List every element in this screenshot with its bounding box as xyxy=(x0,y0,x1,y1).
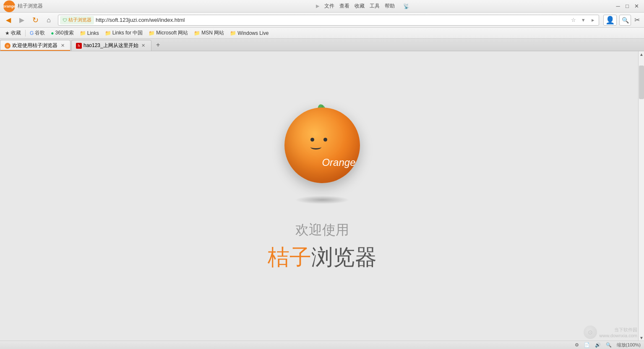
status-bar: ⚙ 📄 🔊 🔍 缩放(100%) xyxy=(0,341,644,349)
page-icon[interactable]: 📄 xyxy=(584,342,590,348)
folder-icon: 📁 xyxy=(80,30,86,36)
star-icon: ★ xyxy=(5,30,10,36)
watermark-line1: 当下软件园 xyxy=(600,327,637,333)
search-button[interactable]: 🔍 xyxy=(619,15,631,26)
zoom-label[interactable]: 缩放(100%) xyxy=(617,342,641,348)
search-status-icon[interactable]: 🔍 xyxy=(606,342,612,348)
title-bar: orange 桔子浏览器 ▶ 文件 查看 收藏 工具 帮助 📡 ─ □ ✕ xyxy=(0,0,644,13)
app-title: 桔子浏览器 xyxy=(18,3,316,10)
chevron-right-icon[interactable]: ▸ xyxy=(589,16,597,24)
bookmark-msn[interactable]: 📁 MSN 网站 xyxy=(191,29,227,37)
address-actions: ☆ ▾ ▸ xyxy=(569,16,597,24)
address-bar[interactable]: 🛡 桔子浏览器 ☆ ▾ ▸ xyxy=(58,15,599,26)
tabs-bar: o 欢迎使用桔子浏览器 ✕ h hao123_上网从这里开始 ✕ + xyxy=(0,39,644,51)
back-icon: ◀ xyxy=(6,16,11,24)
active-tab-indicator xyxy=(0,50,70,51)
scrollbar-thumb[interactable] xyxy=(639,66,644,99)
security-badge: 🛡 桔子浏览器 xyxy=(60,16,94,24)
bookmarks-bar: ★ 收藏 G 谷歌 ● 360搜索 📁 Links 📁 Links for 中国… xyxy=(0,28,644,39)
close-button[interactable]: ✕ xyxy=(632,3,641,10)
brand-orange: 桔子 xyxy=(268,245,311,269)
folder-icon: 📁 xyxy=(105,30,111,36)
url-input[interactable] xyxy=(96,17,569,23)
app-logo: orange xyxy=(3,0,15,12)
watermark-logo: ⊙ xyxy=(584,325,597,339)
tab-favicon-0: o xyxy=(5,43,10,49)
volume-icon[interactable]: 🔊 xyxy=(595,342,601,348)
tab-favicon-1: h xyxy=(76,43,82,49)
brand-text: 桔子浏览器 xyxy=(268,243,377,272)
content-area: ▲ ▼ Orange 欢迎使用 桔子浏览器 xyxy=(0,51,644,341)
window-controls: ─ □ ✕ xyxy=(614,3,641,10)
refresh-button[interactable]: ↻ xyxy=(29,15,41,26)
right-eye xyxy=(323,138,327,142)
nav-bar: ◀ ▶ ↻ ⌂ 🛡 桔子浏览器 ☆ ▾ ▸ 👤 🔍 ✂ xyxy=(0,13,644,28)
orange-body: Orange xyxy=(284,108,360,183)
bookmark-360[interactable]: ● 360搜索 xyxy=(48,29,76,37)
forward-button[interactable]: ▶ xyxy=(16,15,28,26)
scrollbar-track[interactable] xyxy=(639,99,644,335)
search-icon: 🔍 xyxy=(622,17,629,24)
watermark: ⊙ 当下软件园 www.downxia.com xyxy=(584,325,637,339)
scissors-button[interactable]: ✂ xyxy=(633,16,641,24)
360-icon: ● xyxy=(51,30,54,36)
bookmark-links-china[interactable]: 📁 Links for 中国 xyxy=(102,29,146,37)
orange-shadow xyxy=(295,196,349,204)
scroll-up-arrow[interactable]: ▲ xyxy=(639,51,644,57)
menu-item-forward-arrow: ▶ xyxy=(316,3,319,9)
folder-icon: 📁 xyxy=(149,30,155,36)
back-button[interactable]: ◀ xyxy=(3,15,14,26)
user-avatar[interactable]: 👤 xyxy=(603,15,617,26)
bookmark-google[interactable]: G 谷歌 xyxy=(27,29,47,37)
menu-file[interactable]: 文件 xyxy=(324,3,334,10)
folder-icon: 📁 xyxy=(194,30,200,36)
new-tab-button[interactable]: + xyxy=(153,40,163,50)
bookmark-microsoft[interactable]: 📁 Microsoft 网站 xyxy=(146,29,190,37)
menu-help[interactable]: 帮助 xyxy=(385,3,395,10)
vertical-scrollbar[interactable]: ▲ ▼ xyxy=(638,51,644,341)
scroll-down-arrow[interactable]: ▼ xyxy=(639,335,644,341)
menu-view[interactable]: 查看 xyxy=(339,3,349,10)
chevron-down-icon[interactable]: ▾ xyxy=(579,16,587,24)
tab-hao123[interactable]: h hao123_上网从这里开始 ✕ xyxy=(71,40,151,51)
refresh-icon: ↻ xyxy=(32,16,39,25)
tab-welcome[interactable]: o 欢迎使用桔子浏览器 ✕ xyxy=(0,40,70,51)
tab-close-0[interactable]: ✕ xyxy=(59,42,66,49)
user-icon: 👤 xyxy=(605,16,615,25)
scissors-icon: ✂ xyxy=(634,16,640,24)
home-button[interactable]: ⌂ xyxy=(43,15,55,26)
folder-icon: 📁 xyxy=(230,30,236,36)
home-icon: ⌂ xyxy=(47,16,51,24)
menu-favorites[interactable]: 收藏 xyxy=(355,3,365,10)
orange-label: Orange xyxy=(322,157,355,168)
minimize-button[interactable]: ─ xyxy=(614,3,622,10)
bookmarks-label[interactable]: ★ 收藏 xyxy=(3,29,23,37)
google-icon: G xyxy=(30,30,34,36)
tab-close-1[interactable]: ✕ xyxy=(140,42,147,49)
settings-icon[interactable]: ⚙ xyxy=(575,342,579,348)
mascot-area: Orange 欢迎使用 桔子浏览器 xyxy=(268,103,377,272)
bookmark-windows-live[interactable]: 📁 Windows Live xyxy=(227,29,271,37)
shield-icon: 🛡 xyxy=(63,18,67,23)
bookmark-links[interactable]: 📁 Links xyxy=(77,29,102,37)
bookmark-separator xyxy=(25,30,26,37)
status-right: ⚙ 📄 🔊 🔍 缩放(100%) xyxy=(575,342,641,348)
smile xyxy=(310,144,321,150)
watermark-line2: www.downxia.com xyxy=(600,333,637,338)
left-eye xyxy=(310,138,314,142)
menu-bar: ▶ 文件 查看 收藏 工具 帮助 📡 xyxy=(316,3,614,10)
brand-gray: 浏览器 xyxy=(311,245,377,269)
menu-tools[interactable]: 工具 xyxy=(370,3,380,10)
forward-icon: ▶ xyxy=(19,16,24,24)
star-icon[interactable]: ☆ xyxy=(569,16,578,24)
welcome-line1: 欢迎使用 xyxy=(295,221,349,239)
maximize-button[interactable]: □ xyxy=(623,3,631,10)
orange-character: Orange xyxy=(280,103,364,187)
